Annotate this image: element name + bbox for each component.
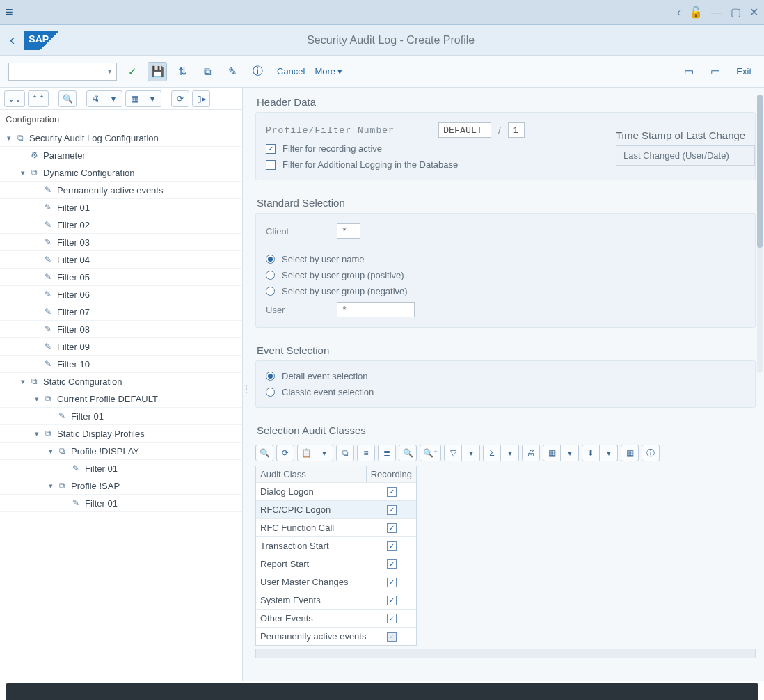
tree-row[interactable]: ✎Filter 01 <box>0 495 242 512</box>
tree-row[interactable]: ✎Filter 01 <box>0 199 242 216</box>
collapse-all-icon[interactable]: ⌃⌃ <box>28 90 49 107</box>
twisty-icon[interactable]: ▾ <box>18 377 28 386</box>
tree-row[interactable]: ✎Filter 09 <box>0 338 242 356</box>
table-row[interactable]: Permanently active events <box>256 627 416 645</box>
find-next-icon[interactable]: 🔍⁺ <box>420 445 441 461</box>
client-input[interactable] <box>337 223 360 239</box>
tree-row[interactable]: ▾⧉Security Audit Log Configuration <box>0 129 242 147</box>
sum-icon[interactable]: Σ <box>483 445 501 461</box>
find-icon[interactable]: 🔍 <box>58 90 77 107</box>
col-audit-class[interactable]: Audit Class <box>256 466 367 482</box>
recording-checkbox[interactable] <box>387 578 397 587</box>
accept-icon[interactable]: ✓ <box>122 62 142 81</box>
tree-row[interactable]: ✎Filter 06 <box>0 286 242 303</box>
table-row[interactable]: Report Start <box>256 555 416 573</box>
tree-row[interactable]: ▾⧉Static Configuration <box>0 373 242 390</box>
table-row[interactable]: User Master Changes <box>256 573 416 591</box>
additional-logging-checkbox[interactable] <box>266 160 276 170</box>
filter-icon[interactable]: ▽ <box>444 445 462 461</box>
user-input[interactable] <box>337 302 415 317</box>
recording-checkbox[interactable] <box>387 541 397 551</box>
twisty-icon[interactable]: ▾ <box>32 395 42 404</box>
layout2-icon[interactable]: ▭ <box>706 62 725 81</box>
lock-open-icon[interactable]: 🔓 <box>689 6 703 19</box>
layout-icon[interactable]: ▦ <box>621 445 639 461</box>
print-dd-icon[interactable]: ▾ <box>104 90 122 107</box>
clipboard-icon[interactable]: 📋 <box>297 445 315 461</box>
twisty-icon[interactable]: ▾ <box>4 134 14 143</box>
twisty-icon[interactable]: ▾ <box>46 447 56 456</box>
twisty-icon[interactable]: ▾ <box>18 168 28 177</box>
export-icon[interactable]: ▦ <box>543 445 561 461</box>
table-row[interactable]: Other Events <box>256 609 416 627</box>
refresh-icon[interactable]: ⟳ <box>171 90 189 107</box>
compare-icon[interactable]: ⇅ <box>173 62 192 81</box>
recording-checkbox[interactable] <box>387 487 397 497</box>
tree-row[interactable]: ✎Filter 04 <box>0 251 242 269</box>
details-icon[interactable]: 🔍 <box>255 445 273 461</box>
recording-checkbox[interactable] <box>387 596 397 605</box>
maximize-icon[interactable]: ▢ <box>731 6 741 19</box>
profile-input[interactable] <box>438 122 491 138</box>
detail-event-radio[interactable] <box>266 372 275 381</box>
command-field[interactable]: ▾ <box>8 63 117 81</box>
tree-row[interactable]: ▾⧉Profile !DISPLAY <box>0 443 242 460</box>
tree-row[interactable]: ✎Filter 02 <box>0 216 242 234</box>
h-scrollbar[interactable] <box>255 649 756 658</box>
refresh2-icon[interactable]: ⟳ <box>276 445 294 461</box>
tree-row[interactable]: ▾⧉Profile !SAP <box>0 477 242 495</box>
minimize-icon[interactable]: — <box>711 6 722 19</box>
page-icon[interactable]: ▯▸ <box>192 90 210 107</box>
tree-row[interactable]: ▾⧉Dynamic Configuration <box>0 164 242 182</box>
scrollbar[interactable] <box>757 95 763 373</box>
tree-row[interactable]: ✎Filter 05 <box>0 269 242 286</box>
table-row[interactable]: RFC Function Call <box>256 518 416 536</box>
filter-number-input[interactable] <box>508 122 525 138</box>
clipboard-dd-icon[interactable]: ▾ <box>315 445 333 461</box>
twisty-icon[interactable]: ▾ <box>32 429 42 438</box>
tree-row[interactable]: ✎Filter 08 <box>0 321 242 338</box>
recording-checkbox[interactable] <box>387 559 397 569</box>
table-row[interactable]: Dialog Logon <box>256 482 416 500</box>
select-by-group-neg-radio[interactable] <box>266 287 275 296</box>
find2-icon[interactable]: 🔍 <box>399 445 417 461</box>
tree-row[interactable]: ✎Permanently active events <box>0 182 242 199</box>
table-row[interactable]: System Events <box>256 591 416 609</box>
exit-button[interactable]: Exit <box>732 66 756 77</box>
layout1-icon[interactable]: ▭ <box>679 62 699 81</box>
filter-active-checkbox[interactable] <box>266 144 276 154</box>
tree-row[interactable]: ⚙Parameter <box>0 147 242 164</box>
filter-dd-icon[interactable]: ▾ <box>462 445 480 461</box>
recording-checkbox[interactable] <box>387 614 397 623</box>
recording-checkbox[interactable] <box>387 505 397 515</box>
download-icon[interactable]: ⬇ <box>582 445 600 461</box>
chevron-left-icon[interactable]: ‹ <box>677 6 681 19</box>
info2-icon[interactable]: ⓘ <box>642 445 660 461</box>
col-recording[interactable]: Recording <box>367 466 416 482</box>
tree-row[interactable]: ✎Filter 10 <box>0 356 242 373</box>
download-dd-icon[interactable]: ▾ <box>600 445 618 461</box>
expand-all-icon[interactable]: ⌄⌄ <box>4 90 25 107</box>
back-button[interactable]: ‹ <box>10 31 15 49</box>
print2-icon[interactable]: 🖨 <box>522 445 540 461</box>
sort-desc-icon[interactable]: ≣ <box>378 445 396 461</box>
tree-row[interactable]: ✎Filter 03 <box>0 234 242 251</box>
tree-row[interactable]: ✎Filter 01 <box>0 408 242 425</box>
twisty-icon[interactable]: ▾ <box>46 482 56 491</box>
copy-icon[interactable]: ⧉ <box>198 62 217 81</box>
recording-checkbox[interactable] <box>387 523 397 533</box>
table-row[interactable]: RFC/CPIC Logon <box>256 500 416 518</box>
copy2-icon[interactable]: ⧉ <box>336 445 354 461</box>
close-icon[interactable]: ✕ <box>749 6 758 19</box>
grid-dd-icon[interactable]: ▾ <box>143 90 161 107</box>
last-changed-button[interactable]: Last Changed (User/Date) <box>616 145 755 166</box>
grid-icon[interactable]: ▦ <box>125 90 143 107</box>
more-button[interactable]: More▾ <box>315 66 342 77</box>
cancel-button[interactable]: Cancel <box>273 66 309 77</box>
tree-row[interactable]: ▾⧉Static Display Profiles <box>0 425 242 443</box>
sort-asc-icon[interactable]: ≡ <box>357 445 375 461</box>
info-icon[interactable]: ⓘ <box>248 62 267 81</box>
print-icon[interactable]: 🖨 <box>86 90 104 107</box>
menu-icon[interactable]: ≡ <box>6 5 13 19</box>
classic-event-radio[interactable] <box>266 388 275 397</box>
